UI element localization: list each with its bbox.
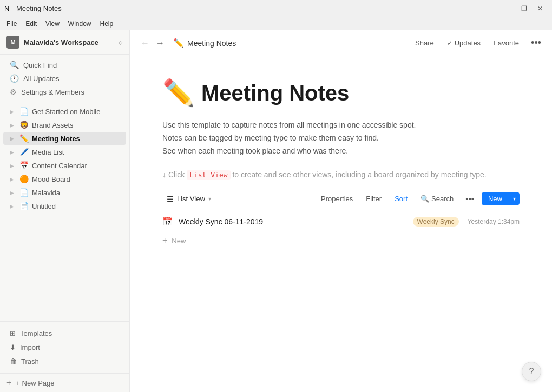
chevron-right-icon: ▶ — [10, 190, 18, 196]
back-button[interactable]: ← — [139, 37, 152, 50]
page-content: ✏️ Meeting Notes Use this template to ca… — [130, 56, 552, 392]
window-controls: ─ ❐ ✕ — [500, 3, 548, 14]
search-label: Search — [431, 195, 454, 203]
row-tag: Weekly Sync — [413, 217, 459, 227]
page-label: Media List — [32, 148, 122, 156]
page-label: Malavida — [32, 189, 122, 197]
sidebar-bottom: ⊞ Templates ⬇ Import 🗑 Trash — [0, 321, 129, 373]
breadcrumb-title: Meeting Notes — [187, 39, 236, 48]
settings-icon: ⚙ — [10, 88, 17, 96]
new-page-label: + New Page — [16, 379, 54, 387]
sidebar-item-get-started[interactable]: ▶ 📄 Get Started on Mobile — [3, 105, 126, 118]
chevron-right-icon: ▶ — [10, 109, 18, 115]
chevron-right-icon: ▶ — [10, 203, 18, 209]
list-view-label: List View — [177, 195, 205, 203]
menu-file[interactable]: File — [2, 19, 21, 29]
row-title: Weekly Sync 06-11-2019 — [179, 217, 413, 226]
menu-edit[interactable]: Edit — [21, 19, 41, 29]
list-view-hint-code[interactable]: List View — [187, 170, 230, 180]
chevron-right-icon: ▶ — [10, 176, 18, 182]
share-button[interactable]: Share — [412, 37, 437, 49]
page-icon: 📄 — [19, 202, 29, 210]
sidebar-item-settings[interactable]: ⚙ Settings & Members — [3, 85, 126, 98]
sidebar-item-trash[interactable]: 🗑 Trash — [3, 355, 126, 368]
page-icon: ✏️ — [19, 134, 29, 143]
sidebar-item-untitled[interactable]: ▶ 📄 Untitled — [3, 200, 126, 212]
properties-button[interactable]: Properties — [317, 192, 357, 205]
row-icon: 📅 — [162, 216, 173, 227]
db-more-button[interactable]: ••• — [462, 192, 477, 205]
page-title: Meeting Notes — [201, 81, 349, 105]
row-date: Yesterday 1:34pm — [468, 218, 520, 225]
sidebar-item-label: Templates — [20, 329, 52, 337]
updates-icon: 🕐 — [10, 74, 19, 83]
trash-icon: 🗑 — [10, 357, 17, 366]
list-view-button[interactable]: ☰ List View ▾ — [162, 192, 215, 205]
share-label: Share — [415, 39, 434, 47]
sidebar-item-import[interactable]: ⬇ Import — [3, 341, 126, 354]
sidebar-item-meeting-notes[interactable]: ▶ ✏️ Meeting Notes — [3, 132, 126, 145]
menu-help[interactable]: Help — [96, 19, 118, 29]
forward-button[interactable]: → — [154, 37, 167, 50]
chevron-right-icon: ▶ — [10, 163, 18, 169]
search-icon: 🔍 — [10, 61, 19, 69]
chevron-right-icon: ▶ — [10, 136, 18, 142]
workspace-name: Malavida's Workspace — [24, 38, 119, 46]
page-emoji: ✏️ — [162, 78, 195, 108]
add-new-row-button[interactable]: + New — [162, 231, 520, 250]
new-entry-button[interactable]: New ▾ — [482, 192, 520, 205]
search-icon: 🔍 — [420, 195, 429, 203]
page-icon: 📄 — [19, 188, 29, 197]
workspace-selector[interactable]: M Malavida's Workspace ◇ — [0, 30, 129, 55]
workspace-icon: M — [6, 36, 19, 49]
favorite-label: Favorite — [494, 39, 519, 47]
db-toolbar: ☰ List View ▾ Properties Filter Sort 🔍 S… — [162, 192, 520, 205]
maximize-button[interactable]: ❐ — [516, 3, 531, 14]
app-icon: N — [4, 4, 13, 13]
help-button[interactable]: ? — [522, 362, 541, 381]
sidebar-item-mood-board[interactable]: ▶ 🟠 Mood Board — [3, 172, 126, 185]
new-row-label: New — [172, 237, 186, 245]
sidebar-item-media-list[interactable]: ▶ 🖊️ Media List — [3, 145, 126, 158]
hint-suffix: to create and see other views, including… — [232, 170, 486, 179]
sidebar-item-all-updates[interactable]: 🕐 All Updates — [3, 72, 126, 85]
search-button[interactable]: 🔍 Search — [416, 192, 458, 205]
page-label: Get Started on Mobile — [32, 108, 122, 116]
description-line-2: Notes can be tagged by meeting type to m… — [162, 132, 520, 145]
minimize-button[interactable]: ─ — [500, 3, 515, 14]
page-icon: 📄 — [19, 107, 29, 116]
filter-button[interactable]: Filter — [362, 192, 386, 205]
app-body: M Malavida's Workspace ◇ 🔍 Quick Find 🕐 … — [0, 30, 552, 392]
page-label: Brand Assets — [32, 121, 122, 129]
sidebar-item-brand-assets[interactable]: ▶ 🦁 Brand Assets — [3, 118, 126, 131]
sidebar-item-content-calendar[interactable]: ▶ 📅 Content Calendar — [3, 159, 126, 172]
chevron-right-icon: ▶ — [10, 122, 18, 128]
new-page-button[interactable]: + + New Page — [0, 373, 129, 392]
hint-prefix: ↓ Click — [162, 170, 185, 179]
sidebar-item-malavida[interactable]: ▶ 📄 Malavida — [3, 186, 126, 199]
updates-button[interactable]: ✓ Updates — [444, 37, 484, 49]
page-label: Meeting Notes — [32, 135, 122, 143]
top-bar: ← → ✏️ Meeting Notes Share ✓ Updates Fav… — [130, 30, 552, 56]
sidebar-item-templates[interactable]: ⊞ Templates — [3, 327, 126, 340]
check-icon: ✓ — [447, 39, 452, 47]
favorite-button[interactable]: Favorite — [490, 37, 522, 49]
menu-window[interactable]: Window — [64, 19, 96, 29]
page-title-row: ✏️ Meeting Notes — [162, 78, 520, 108]
sidebar-item-quick-find[interactable]: 🔍 Quick Find — [3, 58, 126, 71]
main-content: ← → ✏️ Meeting Notes Share ✓ Updates Fav… — [130, 30, 552, 392]
new-button-chevron-icon[interactable]: ▾ — [509, 193, 520, 204]
sort-button[interactable]: Sort — [390, 192, 412, 205]
page-icon: 📅 — [19, 161, 29, 170]
close-button[interactable]: ✕ — [533, 3, 548, 14]
table-row[interactable]: 📅 Weekly Sync 06-11-2019 Weekly Sync Yes… — [162, 212, 520, 231]
description-line-3: See when each meeting took place and who… — [162, 145, 520, 158]
menu-view[interactable]: View — [41, 19, 64, 29]
workspace-chevron-icon: ◇ — [119, 39, 123, 45]
title-bar: N Meeting Notes ─ ❐ ✕ — [0, 0, 552, 17]
page-icon: 🟠 — [19, 175, 29, 183]
sidebar-item-label: Settings & Members — [21, 88, 84, 96]
new-button-label: New — [482, 192, 509, 205]
breadcrumb-icon: ✏️ — [173, 38, 184, 48]
more-options-button[interactable]: ••• — [529, 35, 543, 51]
